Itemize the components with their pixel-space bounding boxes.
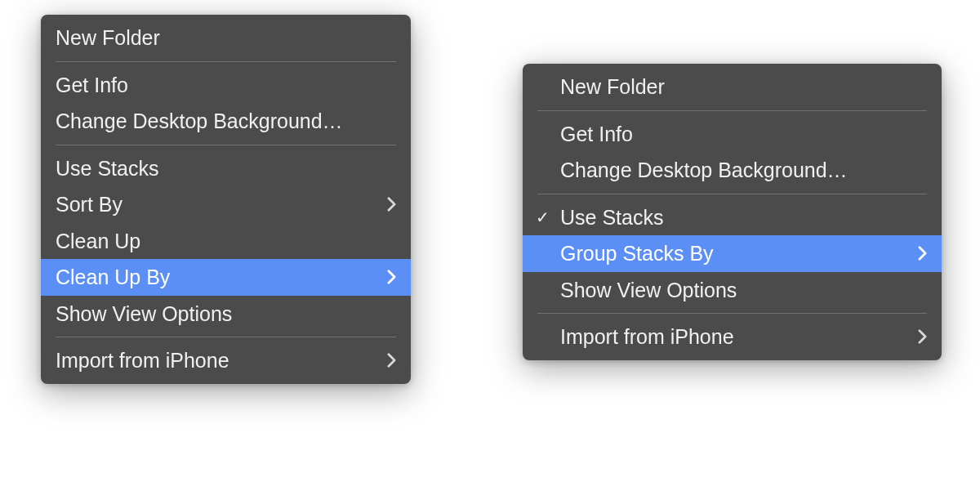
- menu-item-label: New Folder: [560, 74, 927, 100]
- menu-item-label: Sort By: [56, 191, 387, 218]
- menu-item-change-desktop-background[interactable]: Change Desktop Background…: [523, 152, 942, 189]
- chevron-right-icon: [387, 270, 396, 284]
- menu-item-clean-up-by[interactable]: Clean Up By: [41, 259, 411, 296]
- menu-item-use-stacks[interactable]: Use Stacks: [41, 150, 411, 187]
- menu-item-label: Import from iPhone: [56, 347, 387, 374]
- menu-item-use-stacks[interactable]: ✓ Use Stacks: [523, 199, 942, 236]
- menu-item-import-from-iphone[interactable]: Import from iPhone: [523, 319, 942, 355]
- menu-item-label: Use Stacks: [560, 204, 927, 231]
- menu-item-label: Clean Up: [56, 228, 396, 255]
- menu-item-label: New Folder: [56, 25, 396, 51]
- menu-item-clean-up[interactable]: Clean Up: [41, 223, 411, 260]
- menu-item-group-stacks-by[interactable]: Group Stacks By: [523, 235, 942, 272]
- menu-item-new-folder[interactable]: New Folder: [41, 20, 411, 56]
- menu-separator: [56, 145, 396, 145]
- chevron-right-icon: [918, 329, 927, 344]
- checkmark-icon: ✓: [536, 209, 550, 225]
- desktop-context-menu-right[interactable]: New Folder Get Info Change Desktop Backg…: [523, 64, 942, 360]
- menu-item-label: Show View Options: [56, 301, 396, 328]
- desktop-context-menu-left[interactable]: New Folder Get Info Change Desktop Backg…: [41, 15, 411, 384]
- menu-item-label: Get Info: [560, 121, 927, 148]
- menu-item-change-desktop-background[interactable]: Change Desktop Background…: [41, 103, 411, 140]
- menu-separator: [56, 61, 396, 62]
- menu-item-import-from-iphone[interactable]: Import from iPhone: [41, 342, 411, 379]
- menu-item-sort-by[interactable]: Sort By: [41, 186, 411, 223]
- chevron-right-icon: [918, 246, 927, 261]
- menu-item-label: Import from iPhone: [560, 324, 918, 350]
- menu-item-label: Use Stacks: [56, 155, 396, 182]
- menu-separator: [537, 194, 927, 194]
- menu-item-label: Clean Up By: [56, 264, 387, 291]
- menu-item-show-view-options[interactable]: Show View Options: [41, 296, 411, 332]
- menu-item-label: Show View Options: [560, 277, 927, 304]
- chevron-right-icon: [387, 197, 396, 212]
- menu-separator: [537, 110, 927, 111]
- menu-item-get-info[interactable]: Get Info: [41, 67, 411, 104]
- menu-separator: [56, 337, 396, 337]
- chevron-right-icon: [387, 353, 396, 368]
- menu-item-get-info[interactable]: Get Info: [523, 116, 942, 153]
- menu-item-label: Change Desktop Background…: [56, 108, 396, 135]
- menu-item-label: Get Info: [56, 72, 396, 99]
- menu-item-show-view-options[interactable]: Show View Options: [523, 272, 942, 309]
- menu-item-label: Group Stacks By: [560, 240, 918, 267]
- menu-item-label: Change Desktop Background…: [560, 157, 927, 184]
- menu-item-new-folder[interactable]: New Folder: [523, 69, 942, 105]
- menu-separator: [537, 313, 927, 314]
